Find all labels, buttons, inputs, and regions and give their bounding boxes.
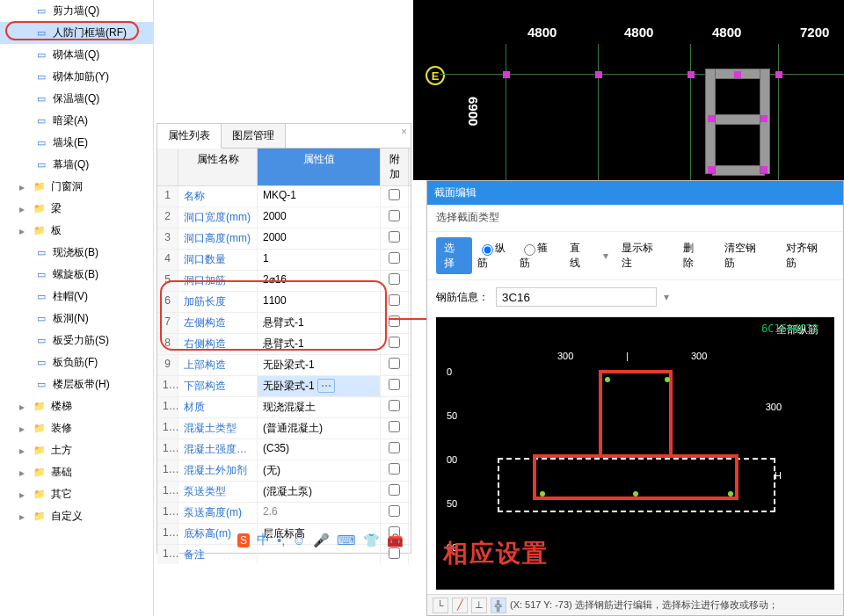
prop-value[interactable]: (混凝土泵) [258,482,381,502]
prop-row[interactable]: 6加筋长度1100 [157,292,411,313]
tree-item[interactable]: ▭螺旋板(B) [0,264,153,286]
tree-item[interactable]: ▭剪力墙(Q) [0,0,153,22]
tab-layers[interactable]: 图层管理 [222,124,286,148]
prop-extra-checkbox[interactable] [389,189,400,200]
prop-row[interactable]: 2洞口宽度(mm)2000 [157,207,411,228]
prop-value[interactable]: MKQ-1 [258,186,381,207]
tree-item[interactable]: ▸📁楼梯 [0,395,153,417]
rebar-info-input[interactable] [496,287,657,307]
prop-extra-checkbox[interactable] [389,547,400,559]
prop-extra-checkbox[interactable] [389,210,400,221]
tree-item[interactable]: ▭幕墙(Q) [0,154,153,176]
tree-item[interactable]: ▭砌体墙(Q) [0,44,153,66]
prop-row[interactable]: 11材质现浇混凝土 [157,397,411,418]
tree-item[interactable]: ▭人防门框墙(RF) [0,22,153,44]
prop-body[interactable]: 1名称MKQ-12洞口宽度(mm)20003洞口高度(mm)20004洞口数量1… [157,186,411,564]
prop-value[interactable]: 无卧梁式-1 ⋯ [258,376,381,396]
prop-row[interactable]: 9上部构造无卧梁式-1 [157,355,411,376]
prop-row[interactable]: 14混凝土外加剂(无) [157,460,411,482]
prop-value[interactable]: 悬臂式-1 [258,334,381,354]
prop-value[interactable]: 悬臂式-1 [258,313,381,333]
snap-grid-icon[interactable]: ╬ [491,598,506,613]
tree-item[interactable]: ▭柱帽(V) [0,286,153,308]
tree-item[interactable]: ▭板洞(N) [0,308,153,330]
tree-item[interactable]: ▭现浇板(B) [0,242,153,264]
snap-perp-icon[interactable]: ⊥ [471,598,487,613]
prop-extra-checkbox[interactable] [389,231,400,243]
tree-item[interactable]: ▸📁梁 [0,198,153,220]
prop-value[interactable]: 2000 [258,207,381,228]
prop-value[interactable]: (无) [258,460,381,481]
prop-row[interactable]: 4洞口数量1 [157,250,411,271]
prop-extra-checkbox[interactable] [389,273,400,285]
tab-properties[interactable]: 属性列表 [157,124,222,149]
btn-show-dim[interactable]: 显示标注 [614,237,670,274]
tree-item[interactable]: ▭楼层板带(H) [0,373,153,395]
prop-extra-checkbox[interactable] [389,294,400,306]
prop-value[interactable]: (C35) [258,439,381,460]
ime-skin-icon[interactable]: 👕 [363,533,380,548]
prop-value[interactable]: 2.6 [258,503,381,523]
prop-value[interactable]: 1100 [258,292,381,312]
btn-clear-rebar[interactable]: 清空钢筋 [717,237,773,274]
prop-value[interactable]: (普通混凝土) [258,418,381,438]
prop-row[interactable]: 15泵送类型(混凝土泵) [157,482,411,503]
close-icon[interactable]: × [401,126,407,138]
tree-item[interactable]: ▭砌体加筋(Y) [0,66,153,88]
tree-item[interactable]: ▸📁板 [0,220,153,242]
plan-canvas[interactable]: 4800 4800 4800 7200 E 6900 [413,0,844,180]
tree-item[interactable]: ▭板负筋(F) [0,351,153,373]
tree-item[interactable]: ▸📁门窗洞 [0,176,153,198]
btn-select[interactable]: 选择 [436,237,472,274]
prop-row[interactable]: 12混凝土类型(普通混凝土) [157,418,411,439]
prop-row[interactable]: 7左侧构造悬臂式-1 [157,313,411,334]
tree-item[interactable]: ▸📁自定义 [0,505,153,527]
prop-extra-checkbox[interactable] [389,315,400,327]
ime-punct-icon[interactable]: •, [277,533,285,547]
prop-row[interactable]: 13混凝土强度等级(C35) [157,439,411,460]
btn-line[interactable]: 直线 [562,237,598,274]
prop-value[interactable]: 2⌀16 [258,271,381,291]
prop-extra-checkbox[interactable] [389,337,400,348]
prop-extra-checkbox[interactable] [389,358,400,369]
prop-extra-checkbox[interactable] [389,442,400,453]
prop-extra-checkbox[interactable] [389,421,400,432]
prop-extra-checkbox[interactable] [389,379,400,390]
prop-row[interactable]: 8右侧构造悬臂式-1 [157,334,411,355]
prop-extra-checkbox[interactable] [389,400,400,411]
prop-value[interactable]: 2000 [258,228,381,249]
tree-item[interactable]: ▭暗梁(A) [0,110,153,132]
tree-item[interactable]: ▭墙垛(E) [0,132,153,154]
radio-gu[interactable]: 箍筋 [520,241,557,271]
prop-extra-checkbox[interactable] [389,252,400,264]
prop-value[interactable]: 无卧梁式-1 [258,355,381,375]
tree-item[interactable]: ▭板受力筋(S) [0,330,153,351]
ime-mic-icon[interactable]: 🎤 [313,533,330,548]
ellipsis-button[interactable]: ⋯ [317,379,335,393]
prop-value[interactable]: 1 [258,250,381,270]
prop-row[interactable]: 3洞口高度(mm)2000 [157,228,411,250]
btn-align-rebar[interactable]: 对齐钢筋 [778,237,834,274]
snap-endpoint-icon[interactable]: └ [433,598,448,613]
prop-row[interactable]: 10下部构造无卧梁式-1 ⋯ [157,376,411,397]
prop-row[interactable]: 5洞口加筋2⌀16 [157,271,411,292]
ime-keyboard-icon[interactable]: ⌨ [337,533,356,548]
prop-extra-checkbox[interactable] [389,505,400,517]
tree-item[interactable]: ▸📁其它 [0,483,153,505]
prop-extra-checkbox[interactable] [389,463,400,475]
prop-row[interactable]: 1名称MKQ-1 [157,186,411,207]
prop-value[interactable]: 现浇混凝土 [258,397,381,417]
tree-item[interactable]: ▸📁基础 [0,461,153,483]
ime-emoji-icon[interactable]: ☺ [292,533,305,547]
radio-zong[interactable]: 纵筋 [477,241,514,271]
section-canvas[interactable]: 全部纵筋 6C16+4C12 300 | 300 300 H 0 50 00 5… [436,317,834,590]
prop-extra-checkbox[interactable] [389,484,400,496]
ime-s-icon[interactable]: S [237,533,250,547]
btn-delete[interactable]: 删除 [675,237,711,274]
tree-item[interactable]: ▭保温墙(Q) [0,88,153,110]
tree-item[interactable]: ▸📁土方 [0,439,153,461]
ime-lang-icon[interactable]: 中 [257,532,270,548]
prop-row[interactable]: 16泵送高度(m)2.6 [157,503,411,524]
ime-tool-icon[interactable]: 🧰 [387,533,404,548]
tree-item[interactable]: ▸📁装修 [0,417,153,439]
